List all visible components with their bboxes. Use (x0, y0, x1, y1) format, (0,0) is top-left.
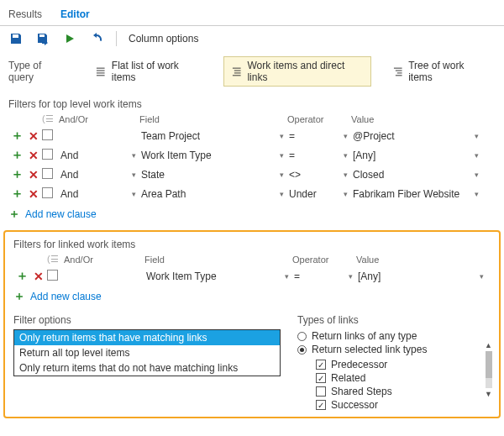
operator-cell[interactable]: = (287, 148, 338, 163)
andor-cell[interactable]: And (59, 167, 126, 182)
delete-row-icon[interactable]: ✕ (30, 270, 47, 283)
tab-editor[interactable]: Editor (59, 5, 92, 25)
add-row-icon[interactable]: ＋ (8, 128, 25, 144)
filter-row: ＋✕Work Item Type▾=▾[Any]▾ (5, 266, 499, 286)
add-row-icon[interactable]: ＋ (8, 147, 25, 163)
field-cell[interactable]: Team Project (139, 129, 274, 144)
query-type-tree-label: Tree of work items (408, 60, 488, 83)
chevron-down-icon[interactable]: ▾ (126, 190, 139, 198)
field-cell[interactable]: Work Item Type (144, 269, 279, 284)
link-type-row[interactable]: Predecessor (316, 358, 491, 371)
checkbox-icon[interactable] (316, 373, 326, 383)
query-type-tree[interactable]: Tree of work items (385, 56, 496, 87)
add-row-icon[interactable]: ＋ (8, 166, 25, 182)
chevron-down-icon[interactable]: ▾ (274, 190, 287, 198)
scroll-thumb[interactable] (486, 351, 492, 378)
radio-selected-types[interactable]: Return selected link types (297, 343, 491, 356)
chevron-down-icon[interactable]: ▾ (279, 272, 292, 281)
value-cell[interactable]: [Any] (351, 148, 469, 163)
add-clause-top[interactable]: ＋ Add new clause (0, 203, 504, 229)
field-cell[interactable]: Area Path (139, 186, 274, 202)
col-header-andor: And/Or (59, 114, 126, 124)
save-icon[interactable] (8, 31, 24, 46)
chevron-down-icon[interactable]: ▾ (469, 132, 482, 140)
andor-cell[interactable]: And (59, 186, 126, 202)
row-checkbox[interactable] (42, 168, 53, 179)
revert-icon[interactable] (89, 31, 104, 46)
chevron-down-icon[interactable]: ▾ (338, 151, 351, 160)
row-checkbox[interactable] (42, 149, 53, 160)
value-cell[interactable]: Fabrikam Fiber Website (351, 186, 469, 202)
col-header-value: Value (356, 255, 474, 265)
row-checkbox[interactable] (42, 187, 53, 198)
scroll-track[interactable] (486, 351, 492, 388)
plus-icon: ＋ (13, 289, 25, 304)
run-icon[interactable] (62, 31, 77, 46)
add-row-icon[interactable]: ＋ (13, 268, 30, 284)
filter-options-listbox[interactable]: Only return items that have matching lin… (13, 329, 281, 376)
operator-cell[interactable]: = (292, 269, 343, 284)
col-header-field: Field (139, 114, 274, 124)
row-checkbox[interactable] (42, 129, 53, 140)
scrollbar[interactable]: ▲ ▼ (485, 341, 492, 398)
andor-cell[interactable] (59, 134, 126, 138)
radio-any-type[interactable]: Return links of any type (297, 329, 491, 343)
query-type-direct[interactable]: Work items and direct links (223, 56, 371, 87)
checkbox-icon[interactable] (316, 386, 326, 397)
query-type-label: Type of query (8, 60, 67, 83)
link-type-row[interactable]: Shared Steps (316, 385, 491, 398)
linked-section: Filters for linked work items (☰ And/Or … (3, 230, 501, 418)
col-header-andor: And/Or (64, 255, 131, 265)
value-cell[interactable]: Closed (351, 167, 469, 182)
save-as-icon[interactable] (35, 31, 50, 46)
add-clause-linked-label: Add new clause (30, 291, 102, 302)
operator-cell[interactable]: <> (287, 167, 338, 182)
chevron-down-icon[interactable]: ▾ (274, 132, 287, 140)
link-type-label: Successor (331, 399, 378, 411)
add-clause-linked[interactable]: ＋ Add new clause (5, 286, 499, 311)
filter-option-item[interactable]: Only return items that have matching lin… (14, 330, 280, 345)
chevron-down-icon[interactable]: ▾ (469, 151, 482, 160)
chevron-down-icon[interactable]: ▾ (474, 272, 487, 281)
filter-option-item[interactable]: Return all top level items (14, 345, 280, 360)
andor-cell[interactable]: And (59, 148, 126, 163)
add-row-icon[interactable]: ＋ (8, 186, 25, 202)
checkbox-icon[interactable] (316, 360, 326, 370)
chevron-down-icon[interactable]: ▾ (343, 272, 356, 281)
filter-option-item[interactable]: Only return items that do not have match… (14, 360, 280, 376)
delete-row-icon[interactable]: ✕ (25, 129, 42, 143)
field-cell[interactable]: State (139, 167, 274, 182)
chevron-down-icon[interactable]: ▾ (469, 171, 482, 179)
chevron-down-icon[interactable]: ▾ (338, 132, 351, 140)
query-type-flat[interactable]: Flat list of work items (87, 56, 210, 87)
delete-row-icon[interactable]: ✕ (25, 149, 42, 162)
field-cell[interactable]: Work Item Type (139, 148, 274, 163)
scroll-up-icon[interactable]: ▲ (485, 341, 492, 349)
delete-row-icon[interactable]: ✕ (25, 168, 42, 181)
chevron-down-icon[interactable]: ▾ (126, 171, 139, 179)
add-clause-top-label: Add new clause (25, 208, 97, 220)
link-type-row[interactable]: Related (316, 371, 491, 385)
tab-results[interactable]: Results (7, 5, 44, 25)
andor-cell[interactable] (64, 275, 131, 278)
delete-row-icon[interactable]: ✕ (25, 187, 42, 201)
chevron-down-icon[interactable]: ▾ (274, 151, 287, 160)
types-of-links-label: Types of links (297, 314, 491, 326)
row-checkbox[interactable] (47, 270, 58, 281)
value-cell[interactable]: [Any] (356, 269, 474, 284)
chevron-down-icon[interactable]: ▾ (126, 151, 139, 160)
link-type-row[interactable]: Successor (316, 398, 491, 412)
chevron-down-icon[interactable]: ▾ (274, 171, 287, 179)
column-options-link[interactable]: Column options (129, 33, 198, 45)
checkbox-icon[interactable] (316, 400, 326, 410)
operator-cell[interactable]: = (287, 129, 338, 144)
chevron-down-icon[interactable]: ▾ (338, 190, 351, 198)
operator-cell[interactable]: Under (287, 186, 338, 202)
radio-icon (297, 332, 307, 341)
radio-any-label: Return links of any type (312, 330, 417, 342)
plus-icon: ＋ (8, 207, 20, 222)
scroll-down-icon[interactable]: ▼ (485, 390, 492, 398)
value-cell[interactable]: @Project (351, 129, 469, 144)
chevron-down-icon[interactable]: ▾ (469, 190, 482, 198)
chevron-down-icon[interactable]: ▾ (338, 171, 351, 179)
